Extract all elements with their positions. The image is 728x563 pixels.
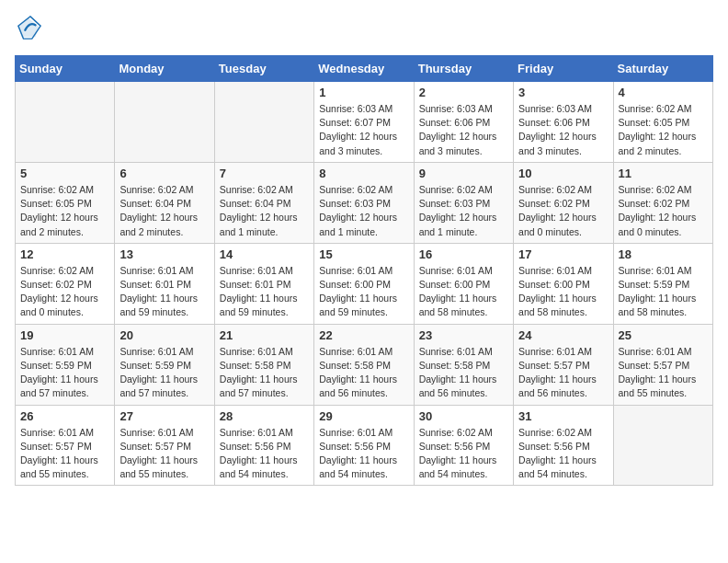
- day-info: Sunrise: 6:01 AM Sunset: 5:56 PM Dayligh…: [319, 426, 408, 482]
- day-info: Sunrise: 6:01 AM Sunset: 6:01 PM Dayligh…: [119, 264, 209, 320]
- calendar-cell: [613, 405, 712, 486]
- calendar-cell: 31Sunrise: 6:02 AM Sunset: 5:56 PM Dayli…: [514, 405, 613, 486]
- calendar-table: SundayMondayTuesdayWednesdayThursdayFrid…: [15, 55, 713, 486]
- day-info: Sunrise: 6:01 AM Sunset: 6:00 PM Dayligh…: [419, 264, 508, 320]
- calendar-cell: 13Sunrise: 6:01 AM Sunset: 6:01 PM Dayli…: [115, 243, 214, 324]
- day-number: 26: [20, 409, 109, 423]
- week-row-2: 5Sunrise: 6:02 AM Sunset: 6:05 PM Daylig…: [16, 162, 713, 243]
- page-header: [15, 15, 713, 44]
- calendar-cell: 12Sunrise: 6:02 AM Sunset: 6:02 PM Dayli…: [16, 243, 115, 324]
- day-info: Sunrise: 6:02 AM Sunset: 6:02 PM Dayligh…: [619, 183, 708, 239]
- day-number: 1: [319, 86, 408, 99]
- day-number: 18: [619, 247, 708, 261]
- logo: [15, 15, 42, 44]
- day-number: 27: [119, 409, 209, 423]
- day-info: Sunrise: 6:03 AM Sunset: 6:06 PM Dayligh…: [518, 102, 608, 158]
- calendar-cell: 20Sunrise: 6:01 AM Sunset: 5:59 PM Dayli…: [115, 324, 214, 405]
- day-number: 24: [518, 328, 608, 342]
- day-number: 7: [220, 167, 309, 180]
- day-info: Sunrise: 6:01 AM Sunset: 5:57 PM Dayligh…: [518, 345, 608, 401]
- calendar-cell: [16, 82, 115, 163]
- day-info: Sunrise: 6:01 AM Sunset: 5:58 PM Dayligh…: [419, 345, 508, 401]
- day-number: 8: [319, 167, 408, 180]
- day-number: 25: [619, 328, 708, 342]
- calendar-cell: 21Sunrise: 6:01 AM Sunset: 5:58 PM Dayli…: [214, 324, 313, 405]
- day-number: 11: [619, 167, 708, 180]
- day-number: 10: [518, 167, 608, 180]
- day-number: 4: [619, 86, 708, 99]
- calendar-cell: 28Sunrise: 6:01 AM Sunset: 5:56 PM Dayli…: [214, 405, 313, 486]
- day-info: Sunrise: 6:02 AM Sunset: 6:05 PM Dayligh…: [20, 183, 109, 239]
- day-number: 23: [419, 328, 508, 342]
- day-info: Sunrise: 6:01 AM Sunset: 5:57 PM Dayligh…: [119, 426, 209, 482]
- calendar-cell: 23Sunrise: 6:01 AM Sunset: 5:58 PM Dayli…: [414, 324, 513, 405]
- day-number: 21: [220, 328, 309, 342]
- calendar-cell: 4Sunrise: 6:02 AM Sunset: 6:05 PM Daylig…: [613, 82, 712, 163]
- calendar-cell: 24Sunrise: 6:01 AM Sunset: 5:57 PM Dayli…: [514, 324, 613, 405]
- day-number: 12: [20, 247, 109, 261]
- day-number: 20: [119, 328, 209, 342]
- weekday-header-thursday: Thursday: [414, 56, 513, 82]
- day-info: Sunrise: 6:01 AM Sunset: 5:57 PM Dayligh…: [20, 426, 109, 482]
- weekday-header-tuesday: Tuesday: [214, 56, 313, 82]
- calendar-cell: 30Sunrise: 6:02 AM Sunset: 5:56 PM Dayli…: [414, 405, 513, 486]
- day-info: Sunrise: 6:02 AM Sunset: 6:02 PM Dayligh…: [20, 264, 109, 320]
- day-number: 2: [419, 86, 508, 99]
- weekday-header-wednesday: Wednesday: [314, 56, 414, 82]
- day-number: 22: [319, 328, 408, 342]
- day-info: Sunrise: 6:02 AM Sunset: 5:56 PM Dayligh…: [518, 426, 608, 482]
- day-number: 28: [220, 409, 309, 423]
- calendar-cell: 27Sunrise: 6:01 AM Sunset: 5:57 PM Dayli…: [115, 405, 214, 486]
- calendar-cell: 18Sunrise: 6:01 AM Sunset: 5:59 PM Dayli…: [613, 243, 712, 324]
- weekday-header-row: SundayMondayTuesdayWednesdayThursdayFrid…: [16, 56, 713, 82]
- day-info: Sunrise: 6:01 AM Sunset: 5:56 PM Dayligh…: [220, 426, 309, 482]
- day-number: 3: [518, 86, 608, 99]
- week-row-4: 19Sunrise: 6:01 AM Sunset: 5:59 PM Dayli…: [16, 324, 713, 405]
- calendar-cell: 5Sunrise: 6:02 AM Sunset: 6:05 PM Daylig…: [16, 162, 115, 243]
- calendar-cell: [214, 82, 313, 163]
- calendar-cell: 6Sunrise: 6:02 AM Sunset: 6:04 PM Daylig…: [115, 162, 214, 243]
- day-number: 9: [419, 167, 508, 180]
- day-number: 30: [419, 409, 508, 423]
- calendar-cell: 15Sunrise: 6:01 AM Sunset: 6:00 PM Dayli…: [314, 243, 414, 324]
- weekday-header-sunday: Sunday: [16, 56, 115, 82]
- calendar-cell: 3Sunrise: 6:03 AM Sunset: 6:06 PM Daylig…: [514, 82, 613, 163]
- day-info: Sunrise: 6:01 AM Sunset: 5:58 PM Dayligh…: [220, 345, 309, 401]
- day-info: Sunrise: 6:02 AM Sunset: 6:03 PM Dayligh…: [419, 183, 508, 239]
- day-info: Sunrise: 6:02 AM Sunset: 6:03 PM Dayligh…: [319, 183, 408, 239]
- day-info: Sunrise: 6:01 AM Sunset: 5:59 PM Dayligh…: [619, 264, 708, 320]
- day-info: Sunrise: 6:01 AM Sunset: 5:59 PM Dayligh…: [119, 345, 209, 401]
- day-info: Sunrise: 6:03 AM Sunset: 6:07 PM Dayligh…: [319, 102, 408, 158]
- calendar-cell: 14Sunrise: 6:01 AM Sunset: 6:01 PM Dayli…: [214, 243, 313, 324]
- calendar-cell: [115, 82, 214, 163]
- day-info: Sunrise: 6:01 AM Sunset: 5:58 PM Dayligh…: [319, 345, 408, 401]
- weekday-header-saturday: Saturday: [613, 56, 712, 82]
- day-info: Sunrise: 6:02 AM Sunset: 5:56 PM Dayligh…: [419, 426, 508, 482]
- calendar-cell: 10Sunrise: 6:02 AM Sunset: 6:02 PM Dayli…: [514, 162, 613, 243]
- day-info: Sunrise: 6:02 AM Sunset: 6:04 PM Dayligh…: [220, 183, 309, 239]
- day-info: Sunrise: 6:02 AM Sunset: 6:04 PM Dayligh…: [119, 183, 209, 239]
- calendar-cell: 8Sunrise: 6:02 AM Sunset: 6:03 PM Daylig…: [314, 162, 414, 243]
- day-number: 14: [220, 247, 309, 261]
- calendar-cell: 19Sunrise: 6:01 AM Sunset: 5:59 PM Dayli…: [16, 324, 115, 405]
- day-info: Sunrise: 6:03 AM Sunset: 6:06 PM Dayligh…: [419, 102, 508, 158]
- day-number: 15: [319, 247, 408, 261]
- calendar-cell: 25Sunrise: 6:01 AM Sunset: 5:57 PM Dayli…: [613, 324, 712, 405]
- day-info: Sunrise: 6:02 AM Sunset: 6:02 PM Dayligh…: [518, 183, 608, 239]
- logo-icon: [17, 15, 42, 40]
- weekday-header-friday: Friday: [514, 56, 613, 82]
- calendar-cell: 16Sunrise: 6:01 AM Sunset: 6:00 PM Dayli…: [414, 243, 513, 324]
- day-number: 6: [119, 167, 209, 180]
- day-info: Sunrise: 6:01 AM Sunset: 6:01 PM Dayligh…: [220, 264, 309, 320]
- weekday-header-monday: Monday: [115, 56, 214, 82]
- week-row-1: 1Sunrise: 6:03 AM Sunset: 6:07 PM Daylig…: [16, 82, 713, 163]
- day-number: 31: [518, 409, 608, 423]
- calendar-cell: 2Sunrise: 6:03 AM Sunset: 6:06 PM Daylig…: [414, 82, 513, 163]
- day-number: 5: [20, 167, 109, 180]
- calendar-cell: 1Sunrise: 6:03 AM Sunset: 6:07 PM Daylig…: [314, 82, 414, 163]
- day-number: 29: [319, 409, 408, 423]
- calendar-cell: 17Sunrise: 6:01 AM Sunset: 6:00 PM Dayli…: [514, 243, 613, 324]
- day-number: 16: [419, 247, 508, 261]
- day-info: Sunrise: 6:01 AM Sunset: 5:57 PM Dayligh…: [619, 345, 708, 401]
- day-info: Sunrise: 6:01 AM Sunset: 6:00 PM Dayligh…: [518, 264, 608, 320]
